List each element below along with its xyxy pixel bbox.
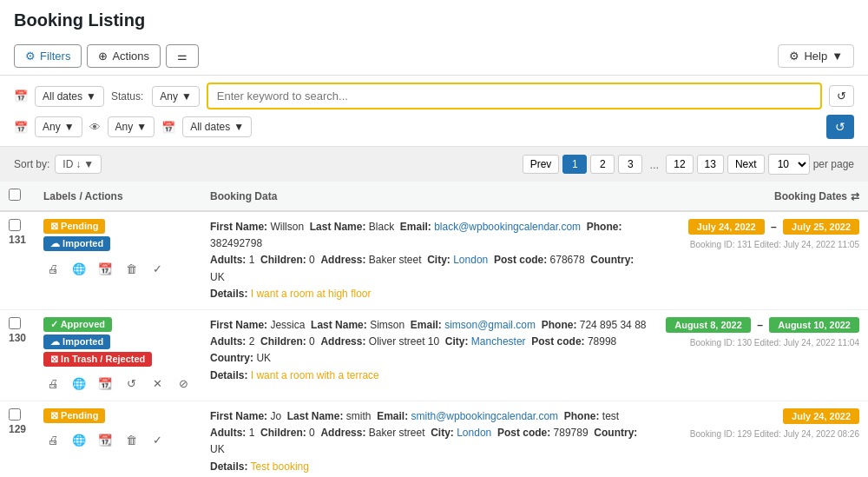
- actions-plus-icon: ⊕: [98, 50, 108, 63]
- pagination: Prev 1 2 3 ... 12 13 Next 10 25 50 per p…: [523, 154, 854, 175]
- all-dates-filter-2[interactable]: All dates ▼: [182, 116, 252, 137]
- block-icon-130[interactable]: ⊘: [174, 374, 193, 394]
- per-page-label: per page: [813, 158, 854, 170]
- calendar-icon-129[interactable]: 📆: [95, 431, 115, 450]
- page-wrapper: Booking Listing ⚙ Filters ⊕ Actions ⚌ ⚙ …: [0, 0, 868, 477]
- dates-cell-131: July 24, 2022 – July 25, 2022 Booking ID…: [657, 211, 868, 309]
- row-checkbox-129[interactable]: [9, 408, 21, 421]
- calendar-icon-131[interactable]: 📆: [95, 259, 115, 278]
- calendar-icon-3: 📅: [161, 121, 175, 134]
- approve-icon-129[interactable]: ✓: [148, 431, 167, 450]
- date-range-131: July 24, 2022 – July 25, 2022: [666, 219, 859, 235]
- date-end-131: July 25, 2022: [783, 219, 859, 235]
- table-row: 131 ⊠ Pending ☁ Imported 🖨 🌐 📆🗑 ✓ First …: [0, 211, 868, 309]
- filter-section: 📅 All dates ▼ Status: Any ▼ ↺ 📅 Any ▼ 👁: [0, 76, 868, 147]
- booking-id-display-129: 129: [9, 423, 26, 435]
- print-icon-129[interactable]: 🖨: [43, 431, 62, 450]
- dates-cell-130: August 8, 2022 – August 10, 2022 Booking…: [657, 309, 868, 401]
- globe-icon-129[interactable]: 🌐: [69, 431, 89, 450]
- row-actions-129: 🖨 🌐 📆🗑 ✓: [43, 431, 193, 450]
- sort-select[interactable]: ID ↓ ▼: [55, 155, 102, 174]
- date-start-131: July 24, 2022: [688, 219, 765, 235]
- filters-icon: ⚙: [25, 50, 36, 63]
- date-range-130: August 8, 2022 – August 10, 2022: [666, 317, 859, 333]
- labels-cell-129: ⊠ Pending 🖨 🌐 📆🗑 ✓: [35, 401, 201, 477]
- booking-data-131: First Name: Willson Last Name: Black Ema…: [210, 219, 648, 302]
- help-chevron-icon: ▼: [832, 50, 843, 63]
- prev-button[interactable]: Prev: [523, 155, 560, 174]
- calendar-icon-1: 📅: [14, 89, 28, 103]
- tune-icon: ⚌: [177, 50, 187, 63]
- trash-icon-131[interactable]: 🗑: [122, 259, 141, 278]
- tune-button[interactable]: ⚌: [166, 44, 199, 68]
- page-2-button[interactable]: 2: [590, 155, 615, 174]
- next-button[interactable]: Next: [727, 155, 765, 174]
- dates-sort-icon[interactable]: ⇄: [851, 190, 859, 202]
- actions-button[interactable]: ⊕ Actions: [87, 44, 161, 68]
- any-filter-2[interactable]: Any ▼: [108, 116, 155, 137]
- close-icon-130[interactable]: ✕: [148, 374, 167, 394]
- globe-icon-130[interactable]: 🌐: [69, 374, 89, 394]
- status-badge-131: ⊠ Pending: [43, 219, 105, 234]
- per-page-select[interactable]: 10 25 50: [768, 154, 810, 175]
- booking-data-129: First Name: Jo Last Name: smith Email: s…: [210, 408, 648, 475]
- any1-chevron-icon: ▼: [64, 121, 75, 133]
- sort-controls: Sort by: ID ↓ ▼: [14, 155, 102, 174]
- dates-filter[interactable]: All dates ▼: [35, 86, 104, 107]
- pagination-dots: ...: [646, 158, 662, 171]
- calendar-icon-130[interactable]: 📆: [95, 374, 115, 394]
- print-icon-131[interactable]: 🖨: [43, 259, 62, 278]
- select-all-header: [0, 182, 35, 211]
- approve-icon-131[interactable]: ✓: [148, 259, 167, 278]
- data-cell-130: First Name: Jessica Last Name: Simson Em…: [201, 309, 657, 401]
- sort-bar: Sort by: ID ↓ ▼ Prev 1 2 3 ... 12 13 Nex…: [0, 147, 868, 182]
- row-actions-131: 🖨 🌐 📆🗑 ✓: [43, 259, 193, 278]
- reset-button[interactable]: ↺: [829, 85, 854, 107]
- page-title: Booking Listing: [14, 10, 854, 37]
- row-checkbox-cell-129: 129: [0, 401, 35, 477]
- alldates2-chevron-icon: ▼: [233, 121, 244, 133]
- print-icon-130[interactable]: 🖨: [43, 374, 62, 394]
- labels-cell-131: ⊠ Pending ☁ Imported 🖨 🌐 📆🗑 ✓: [35, 211, 201, 309]
- labels-header: Labels / Actions: [35, 182, 201, 211]
- help-icon: ⚙: [789, 50, 799, 63]
- search-wrapper: [207, 83, 822, 109]
- booking-meta-130: Booking ID: 130 Edited: July 24, 2022 11…: [666, 338, 859, 348]
- help-button[interactable]: ⚙ Help ▼: [778, 44, 854, 68]
- booking-dates-header: Booking Dates ⇄: [657, 182, 868, 211]
- page-header: Booking Listing ⚙ Filters ⊕ Actions ⚌ ⚙ …: [0, 0, 868, 76]
- globe-icon-131[interactable]: 🌐: [69, 259, 89, 278]
- booking-id-display-131: 131: [9, 234, 26, 246]
- status-chevron-icon: ▼: [181, 90, 192, 103]
- booking-data-130: First Name: Jessica Last Name: Simson Em…: [210, 317, 648, 384]
- imported-badge-130: ☁ Imported: [43, 335, 110, 349]
- status-badge-129: ⊠ Pending: [43, 408, 105, 423]
- data-cell-129: First Name: Jo Last Name: smith Email: s…: [201, 401, 657, 477]
- eye-icon: 👁: [89, 121, 101, 134]
- page-13-button[interactable]: 13: [697, 155, 724, 174]
- status-filter[interactable]: Any ▼: [152, 86, 200, 107]
- booking-meta-131: Booking ID: 131 Edited: July 24, 2022 11…: [666, 240, 859, 249]
- row-checkbox-130[interactable]: [9, 317, 21, 329]
- date-range-129: July 24, 2022: [666, 408, 859, 424]
- sort-chevron-icon: ▼: [83, 158, 94, 170]
- search-input[interactable]: [207, 83, 822, 109]
- date-end-130: August 10, 2022: [769, 317, 859, 333]
- page-1-button[interactable]: 1: [562, 155, 587, 174]
- booking-data-header: Booking Data: [201, 182, 657, 211]
- table-row: 129 ⊠ Pending 🖨 🌐 📆🗑 ✓ First Name: Jo La…: [0, 401, 868, 477]
- trash-icon-129[interactable]: 🗑: [122, 431, 141, 450]
- row-checkbox-cell-130: 130: [0, 309, 35, 401]
- dates-chevron-icon: ▼: [86, 90, 96, 103]
- page-3-button[interactable]: 3: [618, 155, 642, 174]
- any-filter-1[interactable]: Any ▼: [35, 116, 82, 137]
- filter-row-1: 📅 All dates ▼ Status: Any ▼ ↺: [14, 83, 854, 109]
- trash-badge-130: ⊠ In Trash / Rejected: [43, 352, 152, 367]
- apply-filter-button[interactable]: ↺: [826, 115, 854, 139]
- row-checkbox-131[interactable]: [9, 219, 21, 231]
- page-12-button[interactable]: 12: [666, 155, 693, 174]
- filters-button[interactable]: ⚙ Filters: [14, 44, 82, 68]
- undo-icon-130[interactable]: ↺: [122, 374, 141, 394]
- select-all-checkbox[interactable]: [9, 189, 21, 201]
- any2-chevron-icon: ▼: [136, 121, 147, 133]
